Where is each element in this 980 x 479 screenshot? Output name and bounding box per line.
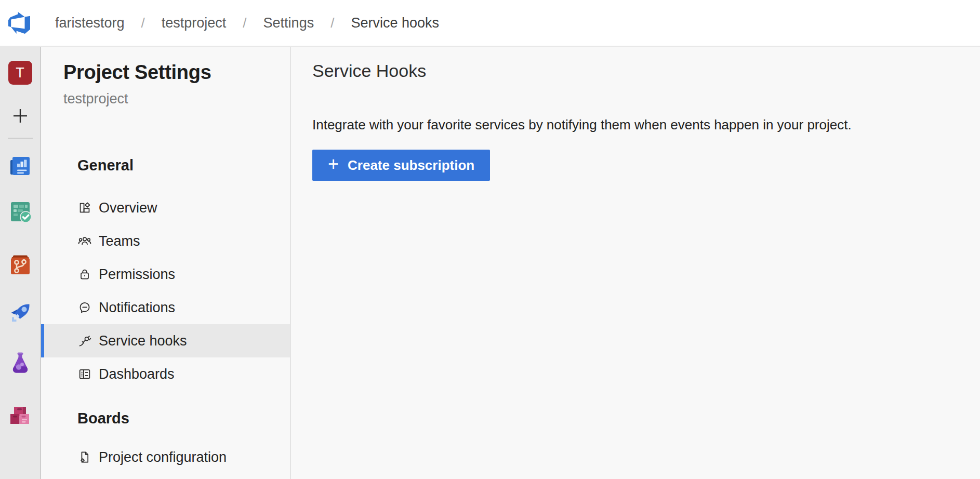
product-rail: T <box>0 47 41 479</box>
sidebar-item-label: Permissions <box>99 267 175 283</box>
add-icon[interactable] <box>11 107 30 125</box>
sidebar-item-label: Project configuration <box>99 449 227 465</box>
plus-icon: + <box>328 155 339 174</box>
artifacts-icon[interactable] <box>8 404 32 428</box>
sidebar-item-permissions[interactable]: Permissions <box>41 258 290 291</box>
sidebar-title: Project Settings <box>63 60 290 84</box>
breadcrumb: faristestorg / testproject / Settings / … <box>55 15 439 31</box>
sidebar-subtitle: testproject <box>63 90 290 107</box>
sidebar-item-label: Notifications <box>99 300 175 316</box>
plug-icon <box>77 334 92 348</box>
sidebar-item-overview[interactable]: Overview <box>41 191 290 224</box>
azure-devops-logo-icon[interactable] <box>7 12 31 34</box>
sidebar-item-label: Overview <box>99 200 157 216</box>
overview-icon[interactable] <box>8 154 32 178</box>
breadcrumb-separator: / <box>243 15 246 31</box>
comment-icon <box>77 300 92 315</box>
repos-icon[interactable] <box>8 254 32 277</box>
sidebar-item-label: Teams <box>99 233 140 249</box>
selected-indicator <box>41 324 44 357</box>
service-hooks-content: Service Hooks Integrate with your favori… <box>291 47 980 479</box>
breadcrumb-org[interactable]: faristestorg <box>55 15 125 31</box>
boards-icon[interactable] <box>8 200 32 224</box>
sidebar-item-teams[interactable]: Teams <box>41 224 290 258</box>
sidebar-item-notifications[interactable]: Notifications <box>41 291 290 324</box>
sidebar-item-service-hooks[interactable]: Service hooks <box>41 324 290 357</box>
sidebar-item-label: Service hooks <box>99 333 187 349</box>
pipelines-icon[interactable] <box>8 301 32 325</box>
section-header-boards: Boards <box>41 408 290 429</box>
create-subscription-label: Create subscription <box>348 157 474 174</box>
breadcrumb-settings[interactable]: Settings <box>263 15 314 31</box>
body-row: T <box>0 47 980 479</box>
azure-devops-page: faristestorg / testproject / Settings / … <box>0 0 980 479</box>
breadcrumb-project[interactable]: testproject <box>162 15 227 31</box>
breadcrumb-separator: / <box>141 15 145 31</box>
people-icon <box>77 234 92 248</box>
settings-sidebar: Project Settings testproject General Ove… <box>41 47 291 479</box>
sidebar-item-label: Dashboards <box>99 366 175 382</box>
breadcrumb-service-hooks[interactable]: Service hooks <box>351 15 439 31</box>
rail-divider <box>8 138 33 139</box>
overview-grid-icon <box>77 201 92 215</box>
sidebar-item-dashboards[interactable]: Dashboards <box>41 357 290 391</box>
project-avatar[interactable]: T <box>8 61 32 85</box>
page-description: Integrate with your favorite services by… <box>312 116 949 133</box>
document-gear-icon <box>77 450 92 464</box>
sidebar-nav-boards: Project configuration <box>41 441 290 474</box>
lock-icon <box>77 267 92 282</box>
page-title: Service Hooks <box>312 59 949 82</box>
section-header-general: General <box>41 155 290 176</box>
breadcrumb-separator: / <box>330 15 334 31</box>
sidebar-item-project-configuration[interactable]: Project configuration <box>41 441 290 474</box>
sidebar-nav-general: Overview Teams <box>41 191 290 391</box>
top-bar: faristestorg / testproject / Settings / … <box>0 0 980 47</box>
create-subscription-button[interactable]: + Create subscription <box>312 150 490 181</box>
dashboard-icon <box>77 367 92 381</box>
test-plans-icon[interactable] <box>8 351 32 375</box>
